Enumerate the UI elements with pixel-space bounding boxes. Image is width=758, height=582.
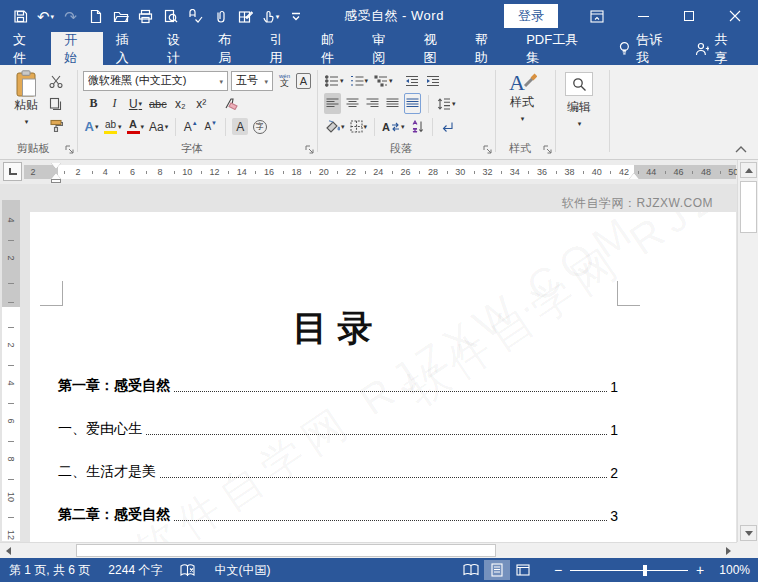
spelling-check-icon[interactable] — [183, 4, 208, 28]
font-name-combobox[interactable]: 微软雅黑 (中文正文) — [83, 71, 228, 91]
tab-references[interactable]: 引用 — [257, 32, 308, 65]
customize-qat-icon[interactable] — [283, 4, 308, 28]
numbering-dropdown-icon[interactable] — [364, 74, 369, 88]
language-indicator[interactable]: 中文(中国) — [205, 562, 279, 579]
shading-dropdown-icon[interactable] — [340, 120, 345, 134]
attachment-icon[interactable] — [208, 4, 233, 28]
tab-insert[interactable]: 插入 — [103, 32, 154, 65]
align-center-button[interactable] — [344, 93, 361, 114]
save-icon[interactable] — [8, 4, 33, 28]
horizontal-ruler[interactable]: 2 24681012141618202224262830323436384042… — [24, 165, 736, 179]
scroll-up-icon[interactable] — [740, 162, 757, 178]
font-size-dropdown-icon[interactable] — [261, 75, 268, 87]
tab-home[interactable]: 开始 — [51, 32, 102, 65]
tab-mailings[interactable]: 邮件 — [308, 32, 359, 65]
numbering-button[interactable] — [349, 70, 370, 91]
touch-mode-dropdown-icon[interactable] — [275, 9, 280, 23]
maximize-icon[interactable] — [666, 0, 712, 32]
grow-font-button[interactable]: A▲ — [182, 116, 199, 137]
paragraph-dialog-launcher-icon[interactable] — [482, 144, 493, 155]
increase-indent-icon[interactable] — [425, 70, 442, 91]
font-color-button[interactable]: A — [126, 116, 146, 137]
multilevel-list-button[interactable] — [373, 70, 394, 91]
vertical-scrollbar[interactable] — [737, 160, 758, 542]
toc-entry[interactable]: 二、生活才是美2 — [58, 462, 618, 481]
strikethrough-button[interactable]: abc — [148, 93, 168, 114]
asian-layout-button[interactable]: A — [381, 116, 405, 137]
zoom-out-icon[interactable]: − — [550, 562, 566, 578]
share-button[interactable]: 共享 — [685, 32, 750, 65]
decrease-indent-icon[interactable] — [404, 70, 421, 91]
tab-review[interactable]: 审阅 — [359, 32, 410, 65]
tab-selector-button[interactable] — [3, 162, 22, 181]
justify-button[interactable] — [384, 93, 401, 114]
bold-button[interactable]: B — [85, 93, 102, 114]
underline-dropdown-icon[interactable] — [138, 97, 143, 111]
styles-dropdown-icon[interactable] — [520, 111, 525, 125]
web-layout-icon[interactable] — [510, 560, 536, 580]
undo-dropdown-icon[interactable] — [50, 9, 55, 23]
tab-layout[interactable]: 布局 — [205, 32, 256, 65]
borders-button[interactable] — [349, 116, 369, 137]
borders-dropdown-icon[interactable] — [363, 120, 368, 134]
proofing-status-icon[interactable] — [171, 564, 205, 577]
font-name-dropdown-icon[interactable] — [216, 75, 223, 87]
word-count[interactable]: 2244 个字 — [99, 562, 171, 579]
underline-button[interactable]: U — [127, 93, 144, 114]
vertical-ruler[interactable]: 4224681012 — [2, 200, 20, 541]
styles-dialog-launcher-icon[interactable] — [542, 144, 553, 155]
text-effects-button[interactable]: A — [83, 116, 100, 137]
touch-mode-button[interactable] — [258, 4, 283, 28]
asian-layout-dropdown-icon[interactable] — [400, 120, 405, 134]
bullets-button[interactable] — [324, 70, 345, 91]
align-right-button[interactable] — [364, 93, 381, 114]
editing-button[interactable]: 编辑 — [556, 72, 602, 130]
tell-me-button[interactable]: 告诉我 — [608, 32, 684, 65]
vertical-scroll-thumb[interactable] — [740, 181, 757, 233]
toc-entry[interactable]: 一、爱由心生1 — [58, 419, 618, 438]
font-color-dropdown-icon[interactable] — [140, 120, 145, 134]
editing-dropdown-icon[interactable] — [577, 116, 582, 130]
minimize-icon[interactable] — [620, 0, 666, 32]
tab-pdf-tools[interactable]: PDF工具集 — [513, 32, 602, 65]
draw-table-icon[interactable] — [233, 4, 258, 28]
shading-button[interactable] — [324, 116, 346, 137]
distribute-text-button[interactable] — [404, 93, 421, 114]
print-layout-icon[interactable] — [484, 560, 510, 580]
tab-design[interactable]: 设计 — [154, 32, 205, 65]
sort-icon[interactable] — [409, 116, 426, 137]
styles-button[interactable]: A 样式 — [496, 70, 548, 125]
character-border-icon[interactable]: A — [296, 73, 311, 89]
read-mode-icon[interactable] — [458, 560, 484, 580]
change-case-dropdown-icon[interactable] — [164, 120, 169, 134]
line-spacing-dropdown-icon[interactable] — [451, 97, 456, 111]
zoom-slider-thumb[interactable] — [643, 565, 647, 576]
format-painter-icon[interactable] — [47, 116, 64, 135]
collapse-ribbon-icon[interactable] — [732, 143, 750, 155]
paste-dropdown-icon[interactable] — [24, 114, 29, 128]
zoom-in-icon[interactable]: + — [692, 562, 708, 578]
phonetic-guide-icon[interactable]: wén 文 — [276, 70, 293, 91]
enclose-characters-icon[interactable]: 字 — [251, 116, 268, 137]
clear-formatting-icon[interactable] — [222, 93, 241, 114]
ribbon-display-options-icon[interactable] — [574, 0, 620, 32]
font-dialog-launcher-icon[interactable] — [304, 144, 315, 155]
subscript-button[interactable]: x₂ — [172, 93, 189, 114]
scroll-down-icon[interactable] — [740, 525, 757, 541]
undo-button[interactable]: ↶ — [33, 4, 58, 28]
align-left-button[interactable] — [324, 93, 341, 114]
left-indent-marker[interactable] — [51, 179, 61, 183]
document-title[interactable]: 目录 — [58, 305, 617, 352]
toc-entry[interactable]: 第一章：感受自然1 — [58, 376, 618, 395]
toc-entry[interactable]: 第二章：感受自然3 — [58, 505, 618, 524]
italic-button[interactable]: I — [106, 93, 123, 114]
character-shading-icon[interactable]: A — [232, 118, 248, 135]
paste-button[interactable]: 粘贴 — [8, 70, 44, 128]
change-case-button[interactable]: Aa — [148, 116, 169, 137]
clipboard-dialog-launcher-icon[interactable] — [64, 144, 75, 155]
bullets-dropdown-icon[interactable] — [339, 74, 344, 88]
zoom-level[interactable]: 100% — [708, 563, 750, 577]
redo-icon[interactable]: ↷ — [58, 4, 83, 28]
tab-file[interactable]: 文件 — [0, 32, 51, 65]
tab-view[interactable]: 视图 — [411, 32, 462, 65]
